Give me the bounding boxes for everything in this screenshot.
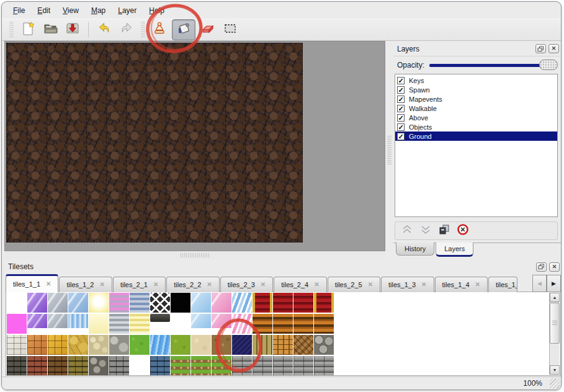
scrollbar-thumb[interactable]	[550, 303, 560, 344]
tile-empty[interactable]	[7, 293, 27, 313]
tile-brick-pebble[interactable]	[89, 356, 109, 376]
tile-sand[interactable]	[191, 335, 211, 355]
tile-sign-dark[interactable]	[150, 314, 170, 322]
tab-close-icon[interactable]: ✕	[368, 282, 373, 288]
tile-glass-purple[interactable]	[27, 293, 47, 313]
tile-glass-pink[interactable]	[212, 293, 231, 313]
tile-lattice[interactable]	[150, 293, 170, 313]
scroll-up-button[interactable]: ▲	[550, 293, 560, 302]
tab-close-icon[interactable]: ✕	[207, 282, 212, 288]
tile-banner-blue[interactable]	[232, 293, 252, 313]
tileset-tab-tiles_2_2[interactable]: tiles_2_2✕	[166, 277, 219, 292]
tile-glass-blue[interactable]	[68, 293, 88, 313]
tile-navy[interactable]	[232, 335, 252, 355]
map-viewport[interactable]	[4, 41, 385, 251]
tileset-tab-tiles_1_[interactable]: tiles_1_	[488, 277, 517, 292]
tile-furrow[interactable]	[212, 356, 231, 376]
tile-glass-gray[interactable]	[48, 293, 68, 313]
vertical-splitter[interactable]	[385, 41, 393, 259]
tab-close-icon[interactable]: ✕	[46, 281, 51, 287]
float-panel-button[interactable]	[535, 44, 546, 53]
tile-grass[interactable]	[130, 335, 150, 355]
tile-pebble-beige[interactable]	[89, 335, 109, 355]
tileset-tab-tiles_1_4[interactable]: tiles_1_4✕	[435, 277, 488, 292]
resize-grip[interactable]	[550, 378, 560, 389]
tileset-scrollbar[interactable]: ▲ ▼	[549, 293, 560, 375]
float-panel-button[interactable]	[536, 262, 547, 272]
tile-planks-gray[interactable]	[314, 356, 334, 376]
tileset-tab-tiles_2_5[interactable]: tiles_2_5✕	[328, 277, 380, 292]
layer-row-above[interactable]: ✓Above	[395, 113, 557, 122]
tile-magenta[interactable]	[7, 314, 27, 334]
layer-checkbox[interactable]: ✓	[397, 86, 405, 94]
new-button[interactable]	[18, 20, 38, 39]
open-button[interactable]	[40, 20, 60, 39]
menu-map[interactable]: Map	[85, 4, 112, 17]
rect-select-tool-button[interactable]	[220, 20, 240, 39]
toolbar-grip[interactable]	[141, 22, 145, 38]
scroll-tabs-left-button[interactable]: ◀	[532, 275, 547, 292]
opacity-slider-handle[interactable]	[539, 60, 558, 70]
tile-stripe-yellow[interactable]	[130, 314, 150, 334]
tile-planks-gray[interactable]	[273, 356, 293, 376]
stamp-tool-button[interactable]	[150, 20, 169, 39]
tile-pale-yellow[interactable]	[89, 314, 109, 334]
menu-file[interactable]: File	[7, 4, 31, 17]
delete-layer-button[interactable]	[456, 224, 470, 238]
horizontal-splitter[interactable]	[4, 251, 385, 259]
tab-close-icon[interactable]: ✕	[153, 282, 158, 288]
eraser-tool-button[interactable]	[198, 20, 218, 39]
tile-brick-brown[interactable]	[48, 356, 68, 376]
layer-checkbox[interactable]: ✓	[397, 114, 405, 122]
tile-planks-gray[interactable]	[253, 356, 272, 376]
duplicate-layer-button[interactable]	[437, 224, 451, 238]
layer-checkbox[interactable]: ✓	[397, 77, 405, 84]
tile-brick-red[interactable]	[27, 356, 47, 376]
tile-carpet-red-gold[interactable]	[253, 293, 272, 313]
menu-layer[interactable]: Layer	[112, 4, 143, 17]
tile-glass-blue2[interactable]	[191, 314, 211, 328]
tile-tile-orange[interactable]	[27, 335, 47, 355]
undo-button[interactable]	[94, 20, 114, 39]
tab-close-icon[interactable]: ✕	[261, 282, 266, 288]
menu-edit[interactable]: Edit	[31, 4, 56, 17]
tab-close-icon[interactable]: ✕	[475, 282, 480, 288]
scroll-down-button[interactable]: ▼	[550, 365, 560, 375]
tileset-tab-tiles_1_3[interactable]: tiles_1_3✕	[381, 277, 434, 292]
raise-layer-button[interactable]	[400, 224, 414, 238]
tile-glass-gray[interactable]	[48, 314, 68, 328]
tile-empty[interactable]	[171, 314, 190, 334]
tile-brick-gray[interactable]	[109, 356, 129, 376]
tab-close-icon[interactable]: ✕	[99, 282, 104, 288]
tile-glow-yellow[interactable]	[89, 293, 109, 313]
tile-grass2[interactable]	[171, 335, 190, 355]
tile-black[interactable]	[171, 293, 190, 313]
tile-carpet-orange[interactable]	[293, 314, 313, 334]
tile-stripe-blue[interactable]	[130, 293, 150, 313]
tile-carpet-red-gold[interactable]	[314, 293, 334, 313]
layer-row-objects[interactable]: ✓Objects	[395, 122, 557, 131]
tile-brick-dark[interactable]	[7, 356, 27, 376]
tileset-tab-tiles_2_3[interactable]: tiles_2_3✕	[220, 277, 273, 292]
tile-hedge[interactable]	[130, 356, 150, 376]
tile-brick-blue[interactable]	[150, 356, 170, 376]
tileset-tab-tiles_2_1[interactable]: tiles_2_1✕	[113, 277, 166, 292]
tile-furrow[interactable]	[191, 356, 211, 376]
layer-row-keys[interactable]: ✓Keys	[395, 76, 557, 85]
tile-basket-weave[interactable]	[273, 335, 293, 355]
tile-planks-gray[interactable]	[293, 356, 313, 376]
tile-flagstone-white[interactable]	[7, 335, 27, 355]
layer-checkbox[interactable]: ✓	[397, 133, 405, 140]
layer-row-walkable[interactable]: ✓Walkable	[395, 104, 557, 113]
tileset-tab-tiles_1_2[interactable]: tiles_1_2✕	[59, 277, 112, 292]
tile-carpet-red[interactable]	[293, 293, 313, 313]
menu-view[interactable]: View	[56, 4, 85, 17]
tile-stripe-gray[interactable]	[109, 314, 129, 334]
tile-glass-blue2[interactable]	[191, 293, 211, 313]
tab-layers[interactable]: Layers	[436, 243, 473, 257]
layer-checkbox[interactable]: ✓	[397, 96, 405, 103]
layer-row-ground[interactable]: ✓Ground	[395, 131, 557, 141]
fill-tool-button[interactable]	[172, 19, 195, 40]
tile-carpet-orange[interactable]	[273, 314, 293, 334]
tileset-tab-tiles_1_1[interactable]: tiles_1_1✕	[6, 274, 58, 292]
